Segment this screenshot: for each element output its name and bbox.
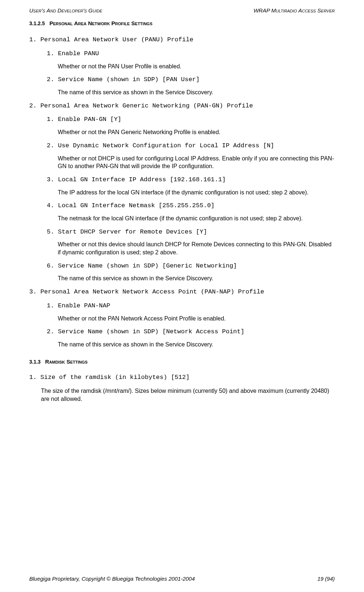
header-right: WRAP Multiradio Access Server [254, 7, 335, 14]
panu-service-name-title: 2. Service Name (shown in SDP) [PAN User… [47, 75, 335, 84]
pannap-service-name-title: 2. Service Name (shown in SDP) [Network … [47, 327, 335, 336]
header-left: User's And Developer's Guide [29, 7, 102, 14]
pangn-dynamic-text: Whether or not DHCP is used for configur… [58, 155, 335, 170]
panu-enable-text: Whether or not the PAN User Profile is e… [58, 62, 335, 71]
section-title: Personal Area Network Profile Settings [49, 20, 152, 26]
ramdisk-size-text: The size of the ramdisk (/mnt/ram/). Siz… [41, 387, 335, 403]
profile-pangn-title: 2. Personal Area Network Generic Network… [29, 102, 335, 110]
page-header: User's And Developer's Guide WRAP Multir… [29, 7, 335, 14]
page-footer: Bluegiga Proprietary, Copyright © Bluegi… [29, 576, 335, 582]
panu-service-name-text: The name of this service as shown in the… [58, 88, 335, 96]
section-number: 3.1.2.5 [29, 20, 45, 26]
pannap-enable-title: 1. Enable PAN-NAP [47, 301, 335, 310]
profile-panu-title: 1. Personal Area Network User (PANU) Pro… [29, 35, 335, 44]
pangn-dhcp-text: Whether or not this device should launch… [58, 240, 335, 256]
ramdisk-size-title: 1. Size of the ramdisk (in kilobytes) [5… [29, 373, 335, 382]
footer-page-number: 19 (94) [317, 576, 335, 582]
pangn-netmask-text: The netmask for the local GN interface (… [58, 215, 335, 223]
section-number: 3.1.3 [29, 359, 41, 365]
pannap-service-name-text: The name of this service as shown in the… [58, 341, 335, 349]
pangn-enable-title: 1. Enable PAN-GN [Y] [47, 115, 335, 124]
pannap-enable-text: Whether or not the PAN Network Access Po… [58, 315, 335, 323]
pangn-dhcp-title: 5. Start DHCP Server for Remote Devices … [47, 228, 335, 236]
panu-enable-title: 1. Enable PANU [47, 49, 335, 58]
section-3-1-2-5-header: 3.1.2.5 Personal Area Network Profile Se… [29, 20, 335, 27]
section-3-1-3-header: 3.1.3 Ramdisk Settings [29, 358, 335, 365]
profile-pannap-title: 3. Personal Area Network Network Access … [29, 288, 335, 296]
pangn-dynamic-title: 2. Use Dynamic Network Configuration for… [47, 141, 335, 150]
pangn-ip-text: The IP address for the local GN interfac… [58, 189, 335, 197]
pangn-netmask-title: 4. Local GN Interface Netmask [255.255.2… [47, 201, 335, 210]
pangn-service-name-text: The name of this service as shown in the… [58, 274, 335, 282]
section-title: Ramdisk Settings [45, 358, 88, 365]
pangn-service-name-title: 6. Service Name (shown in SDP) [Generic … [47, 262, 335, 270]
pangn-enable-text: Whether or not the PAN Generic Networkin… [58, 128, 335, 136]
footer-copyright: Bluegiga Proprietary, Copyright © Bluegi… [29, 576, 195, 582]
pangn-ip-title: 3. Local GN Interface IP Address [192.16… [47, 175, 335, 184]
